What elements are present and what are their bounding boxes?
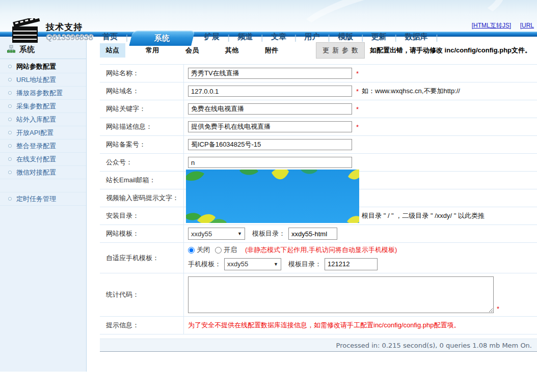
- site-template-select-value: xxdy55: [191, 230, 212, 238]
- template-dir-label: 模板目录：: [252, 229, 285, 238]
- sidebar: 系统 网站参数配置 URL地址配置 播放器参数配置 采集参数配置 站外入库配: [0, 37, 87, 372]
- processing-footer: Processed in: 0.215 second(s), 0 queries…: [100, 339, 537, 352]
- site-domain-input[interactable]: [188, 86, 352, 97]
- logo-qq: Q813396838: [46, 33, 93, 42]
- sidebar-item-label: 开放API配置: [16, 128, 53, 137]
- nav-separator: |: [395, 34, 397, 42]
- mobile-template-select-line: 手机模板： xxdy55 ▼ 模板目录：: [188, 258, 537, 270]
- public-account-label: 公众号：: [100, 154, 184, 171]
- icp-number-input[interactable]: [188, 139, 352, 150]
- chevron-down-icon: ▼: [274, 262, 278, 267]
- sidebar-item-open-api[interactable]: 开放API配置: [0, 126, 86, 139]
- nav-separator: |: [126, 34, 128, 42]
- form-row-site-template: 网站模板： xxdy55 ▼ 模板目录：: [100, 225, 537, 243]
- bullet-icon: [8, 118, 12, 121]
- form-row-tip: 提示信息： 为了安全不提供在线配置数据库连接信息，如需修改请手工配置inc/co…: [100, 317, 537, 334]
- stats-code-label: 统计代码：: [100, 273, 184, 316]
- mobile-template-note: (非静态模式下起作用,手机访问将自动显示手机模板): [245, 245, 397, 255]
- nav-tab-database[interactable]: 数据库: [402, 32, 429, 42]
- clapperboard-icon: [11, 18, 41, 45]
- sidebar-item-url-config[interactable]: URL地址配置: [0, 73, 86, 87]
- site-description-input[interactable]: [188, 121, 352, 132]
- sidebar-item-player-params[interactable]: 播放器参数配置: [0, 87, 86, 100]
- sidebar-item-label: 微信对接配置: [16, 168, 56, 177]
- form-row-site-description: 网站描述信息： *: [100, 118, 537, 136]
- sidebar-item-label: 站外入库配置: [16, 115, 56, 124]
- form-row-public-account: 公众号：: [100, 154, 537, 172]
- sidebar-item-integrated-login[interactable]: 整合登录配置: [0, 139, 86, 153]
- sidebar-gap: [0, 179, 86, 192]
- mobile-template-select-label: 手机模板：: [188, 260, 221, 269]
- sidebar-item-site-params[interactable]: 网站参数配置: [0, 60, 86, 73]
- required-asterisk: *: [497, 305, 499, 313]
- top-links: [HTML互转JS] [URL: [465, 21, 534, 30]
- bullet-icon: [8, 131, 12, 134]
- bullet-icon: [8, 91, 12, 95]
- tip-label: 提示信息：: [100, 317, 184, 334]
- sidebar-title: 系统: [19, 45, 35, 54]
- video-password-hint-label: 视频输入密码提示文字：: [100, 189, 184, 207]
- sidebar-item-label: 播放器参数配置: [16, 89, 63, 98]
- mobile-template-select-value: xxdy55: [227, 260, 248, 268]
- sidebar-item-label: URL地址配置: [16, 75, 56, 85]
- stats-code-textarea[interactable]: [188, 276, 494, 313]
- nav-tab-channel[interactable]: 频道: [235, 32, 255, 42]
- sidebar-item-scheduled-tasks[interactable]: 定时任务管理: [0, 192, 86, 206]
- processing-stats: Processed in: 0.215 second(s), 0 queries…: [336, 342, 532, 349]
- page: 技术支持 Q813396838 [HTML互转JS] [URL 首页 | 系统 …: [0, 0, 537, 392]
- nav-tab-update[interactable]: 更新: [369, 32, 389, 42]
- form-row-icp-number: 网站备案号：: [100, 136, 537, 154]
- bullet-icon: [8, 78, 12, 81]
- url-link[interactable]: [URL: [520, 22, 534, 29]
- sidebar-item-label: 在线支付配置: [16, 155, 56, 164]
- public-account-input[interactable]: [188, 157, 352, 168]
- mobile-template-dir-label: 模板目录：: [288, 260, 321, 269]
- nav-separator: |: [294, 34, 297, 42]
- nav-separator: |: [328, 34, 330, 42]
- logo: 技术支持 Q813396838: [11, 18, 93, 45]
- chevron-down-icon: ▼: [237, 231, 242, 236]
- sidebar-item-external-storage[interactable]: 站外入库配置: [0, 113, 86, 126]
- mobile-template-label: 自适应手机模板：: [100, 243, 184, 273]
- sidebar-item-label: 网站参数配置: [16, 62, 56, 71]
- logo-text: 技术支持 Q813396838: [46, 21, 93, 42]
- nav-tab-template[interactable]: 模版: [336, 32, 355, 42]
- site-name-input[interactable]: [188, 68, 352, 79]
- mobile-template-dir-input[interactable]: [325, 258, 378, 270]
- bullet-icon: [8, 157, 12, 161]
- bullet-icon: [8, 104, 12, 108]
- nav-separator: |: [228, 34, 230, 42]
- sitemap-icon: [7, 45, 15, 54]
- mobile-template-off-radio[interactable]: [188, 247, 195, 254]
- form-row-site-name: 网站名称： *: [100, 65, 537, 82]
- required-asterisk: *: [356, 70, 359, 77]
- sidebar-item-collect-params[interactable]: 采集参数配置: [0, 100, 86, 113]
- nav-tab-home[interactable]: 首页: [100, 32, 120, 42]
- nav-tab-system[interactable]: 系统: [131, 31, 193, 46]
- sidebar-item-online-payment[interactable]: 在线支付配置: [0, 153, 86, 166]
- tip-text: 为了安全不提供在线配置数据库连接信息，如需修改请手工配置inc/config/c…: [188, 321, 461, 330]
- template-dir-input[interactable]: [288, 228, 337, 240]
- form-row-site-keywords: 网站关键字： *: [100, 100, 537, 118]
- nav-separator: |: [361, 34, 363, 42]
- site-name-label: 网站名称：: [100, 65, 184, 82]
- site-description-label: 网站描述信息：: [100, 118, 184, 135]
- mobile-template-select[interactable]: xxdy55 ▼: [224, 258, 281, 270]
- required-asterisk: *: [356, 105, 359, 113]
- site-keywords-input[interactable]: [188, 103, 352, 115]
- site-template-label: 网站模板：: [100, 225, 184, 242]
- bullet-icon: [8, 144, 12, 148]
- nav-tab-extend[interactable]: 扩展: [202, 32, 222, 42]
- nav-tab-user[interactable]: 用户: [303, 32, 322, 42]
- nav-separator: |: [436, 34, 438, 42]
- mobile-template-switch-line: 关闭 开启 (非静态模式下起作用,手机访问将自动显示手机模板): [188, 245, 537, 255]
- html-to-js-link[interactable]: [HTML互转JS]: [472, 22, 511, 29]
- mobile-template-on-radio[interactable]: [215, 247, 222, 254]
- site-template-select[interactable]: xxdy55 ▼: [188, 228, 245, 240]
- sidebar-item-wechat[interactable]: 微信对接配置: [0, 166, 86, 179]
- required-asterisk: *: [356, 123, 359, 131]
- install-dir-label: 安装目录：: [100, 207, 184, 225]
- form-row-mobile-template: 自适应手机模板： 关闭 开启 (非静态模式下起作用,手机访问将自动显示手机模板)…: [100, 243, 537, 273]
- mobile-off-label: 关闭: [197, 245, 210, 255]
- nav-tab-article[interactable]: 文章: [269, 32, 288, 42]
